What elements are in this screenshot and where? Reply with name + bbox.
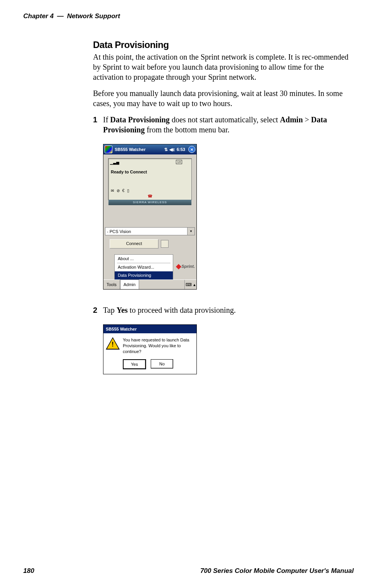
connectivity-icon: ⇅	[164, 147, 168, 152]
step-1: 1 If Data Provisioning does not start au…	[93, 115, 350, 135]
dialog-buttons: Yes No	[123, 359, 193, 369]
page-footer: 180 700 Series Color Mobile Computer Use…	[23, 567, 354, 575]
step-number: 2	[93, 305, 103, 315]
running-header: Chapter 4 — Network Support	[23, 12, 354, 20]
figure-dialog: SB555 Watcher ! You have requested to la…	[103, 324, 350, 374]
brand-strip: SIERRA WIRELESS	[108, 200, 191, 205]
network-mode-badge: 1X	[176, 160, 182, 164]
app-title: SB555 Watcher	[115, 147, 146, 152]
dialog-box: SB555 Watcher ! You have requested to la…	[103, 324, 197, 374]
tray: ⇅ ◀ϵ 6:53 ✕	[164, 146, 195, 153]
step-2: 2 Tap Yes to proceed with data provision…	[93, 305, 350, 315]
text: >	[303, 115, 311, 124]
step-number: 1	[93, 115, 103, 125]
text: from the bottom menu bar.	[145, 125, 229, 134]
toolbar-row: Connect	[105, 239, 195, 250]
chapter-title: Network Support	[67, 12, 120, 20]
device-frame: SB555 Watcher ⇅ ◀ϵ 6:53 ✕ ▁▃▅ 1X Ready t…	[103, 144, 197, 290]
text: to proceed with data provisioning.	[128, 306, 236, 314]
taskbar: SB555 Watcher ⇅ ◀ϵ 6:53 ✕	[103, 144, 196, 154]
lower-panel: Connect Sprint. About ... Activation Wiz…	[103, 239, 196, 279]
dialog-body: ! You have requested to launch Data Prov…	[103, 333, 196, 374]
menubar-admin[interactable]: Admin	[120, 279, 139, 289]
menu-item-data-provisioning[interactable]: Data Provisioning	[115, 271, 173, 279]
signal-icon: ▁▃▅	[110, 160, 119, 165]
dialog-title: SB555 Watcher	[103, 325, 196, 333]
chevron-down-icon[interactable]: ▼	[187, 228, 195, 235]
menu-bar: Tools Admin ⌨ ▴	[103, 279, 196, 289]
sprint-logo: Sprint.	[177, 264, 195, 269]
manual-title: 700 Series Color Mobile Computer User's …	[200, 567, 354, 575]
profile-select[interactable]: - PCS Vision ▼	[105, 227, 195, 235]
chapter-number: Chapter 4	[23, 12, 53, 20]
admin-menu: About ... Activation Wizard... Data Prov…	[114, 254, 173, 279]
connect-button[interactable]: Connect	[110, 239, 158, 249]
menubar-tools[interactable]: Tools	[103, 280, 120, 289]
dialog-content: You have requested to launch Data Provis…	[123, 337, 193, 369]
content-column: Data Provisioning At this point, the act…	[93, 39, 350, 374]
page: Chapter 4 — Network Support Data Provisi…	[0, 0, 377, 588]
speaker-icon: ◀ϵ	[169, 147, 175, 152]
menu-item-activation-wizard[interactable]: Activation Wizard...	[115, 263, 173, 271]
step-text: If Data Provisioning does not start auto…	[103, 115, 350, 135]
tool-icon[interactable]	[161, 240, 169, 248]
text: If	[103, 115, 110, 124]
text: does not start automatically, select	[170, 115, 280, 124]
section-heading: Data Provisioning	[93, 39, 350, 50]
paragraph-1: At this point, the activation on the Spr…	[93, 52, 350, 82]
close-icon[interactable]: ✕	[188, 146, 195, 153]
phone-lcd: ▁▃▅ 1X Ready to Connect ✉ ⊘ € ▯ ☎ SIERRA…	[108, 158, 192, 200]
exclaim-glyph: !	[112, 341, 114, 348]
clock: 6:53	[177, 147, 185, 152]
phone-panel: ▁▃▅ 1X Ready to Connect ✉ ⊘ € ▯ ☎ SIERRA…	[103, 154, 196, 218]
app-body: ▁▃▅ 1X Ready to Connect ✉ ⊘ € ▯ ☎ SIERRA…	[103, 154, 196, 289]
no-button[interactable]: No	[151, 359, 173, 369]
ui-term: Data Provisioning	[110, 115, 170, 124]
separator: —	[57, 12, 64, 20]
step-text: Tap Yes to proceed with data provisionin…	[103, 305, 236, 315]
paragraph-2: Before you manually launch data provisio…	[93, 88, 350, 108]
text: Tap	[103, 306, 117, 314]
select-value: - PCS Vision	[107, 229, 131, 234]
page-number: 180	[23, 567, 34, 575]
status-text: Ready to Connect	[111, 170, 147, 174]
sip-icon[interactable]: ⌨ ▴	[184, 280, 196, 289]
menu-item-about[interactable]: About ...	[115, 255, 173, 263]
ui-term: Admin	[280, 115, 303, 124]
dialog-text: You have requested to launch Data Provis…	[123, 337, 193, 355]
figure-device-screenshot: SB555 Watcher ⇅ ◀ϵ 6:53 ✕ ▁▃▅ 1X Ready t…	[103, 144, 350, 290]
ui-term: Yes	[117, 306, 128, 314]
yes-button[interactable]: Yes	[123, 359, 146, 369]
hangup-icon: ☎	[148, 194, 152, 198]
warning-icon: !	[107, 337, 119, 350]
lcd-icon-row: ✉ ⊘ € ▯	[111, 189, 130, 193]
start-icon[interactable]	[105, 146, 112, 153]
